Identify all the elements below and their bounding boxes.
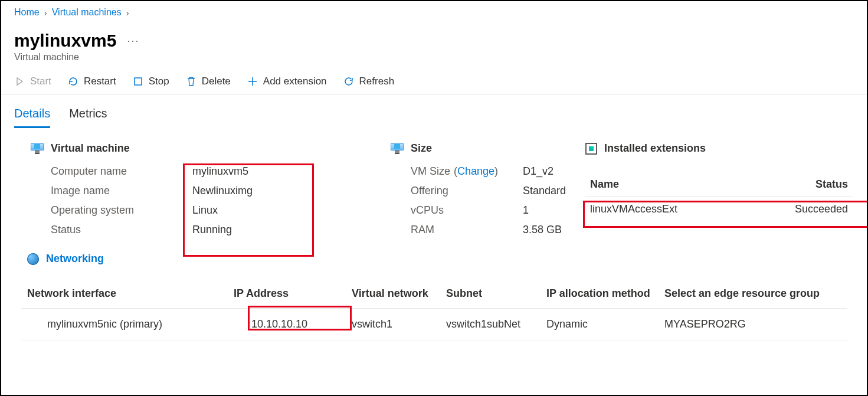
tab-details[interactable]: Details: [14, 107, 50, 128]
vm-size-label: VM Size (Change): [411, 165, 523, 178]
delete-label: Delete: [202, 76, 231, 87]
chevron-right-icon: ›: [44, 8, 47, 18]
extensions-section: Installed extensions Name Status linuxVM…: [585, 142, 853, 221]
change-size-link[interactable]: Change: [457, 165, 494, 177]
start-button: Start: [14, 76, 51, 87]
ip-value: 10.10.10.10: [228, 309, 346, 341]
delete-button[interactable]: Delete: [186, 76, 231, 87]
ram-value: 3.58 GB: [523, 224, 568, 236]
plus-icon: [247, 76, 258, 87]
net-row[interactable]: mylinuxvm5nic (primary) 10.10.10.10 vswi…: [21, 309, 847, 341]
svg-rect-0: [135, 78, 142, 85]
tab-metrics[interactable]: Metrics: [69, 107, 107, 128]
vm-icon: [391, 143, 404, 154]
col-alloc: IP allocation method: [541, 279, 659, 309]
breadcrumb-virtual-machines[interactable]: Virtual machines: [52, 7, 122, 18]
stop-button[interactable]: Stop: [133, 76, 169, 87]
command-bar: Start Restart Stop Delete Add extension …: [1, 72, 867, 95]
refresh-button[interactable]: Refresh: [343, 76, 395, 87]
size-section: Size VM Size (Change) D1_v2 Offering Sta…: [391, 142, 568, 236]
refresh-label: Refresh: [359, 76, 395, 87]
image-name-label: Image name: [51, 185, 192, 197]
vm-icon: [31, 143, 44, 154]
edge-value: MYASEPRO2RG: [659, 309, 847, 341]
networking-section: Networking Network interface IP Address …: [27, 253, 853, 341]
vcpus-value: 1: [523, 204, 568, 217]
restart-label: Restart: [84, 76, 116, 87]
more-actions-button[interactable]: ···: [127, 35, 139, 47]
col-edge: Select an edge resource group: [659, 279, 847, 309]
vm-header: Virtual machine: [51, 142, 130, 155]
computer-name-value: mylinuxvm5: [192, 165, 373, 178]
tab-bar: Details Metrics: [1, 95, 867, 128]
restart-button[interactable]: Restart: [68, 76, 116, 87]
os-value: Linux: [192, 204, 373, 217]
globe-icon: [27, 253, 39, 265]
ram-label: RAM: [411, 224, 523, 236]
ext-col-status: Status: [815, 178, 848, 191]
size-header: Size: [411, 142, 432, 155]
col-nic: Network interface: [21, 279, 228, 309]
networking-link[interactable]: Networking: [27, 253, 853, 265]
status-value: Running: [192, 224, 373, 236]
net-header-row: Network interface IP Address Virtual net…: [21, 279, 847, 309]
offering-label: Offering: [411, 185, 523, 197]
nic-value: mylinuxvm5nic (primary): [21, 309, 228, 341]
vnet-value: vswitch1: [346, 309, 440, 341]
os-label: Operating system: [51, 204, 192, 217]
col-ip: IP Address: [228, 279, 346, 309]
extensions-icon: [585, 143, 597, 155]
computer-name-label: Computer name: [51, 165, 192, 178]
restart-icon: [68, 76, 78, 87]
vcpus-label: vCPUs: [411, 204, 523, 217]
networking-header: Networking: [46, 253, 104, 265]
extension-status: Succeeded: [795, 203, 848, 215]
breadcrumb-home[interactable]: Home: [14, 7, 40, 18]
trash-icon: [186, 76, 196, 87]
breadcrumb: Home › Virtual machines ›: [1, 4, 867, 22]
alloc-value: Dynamic: [541, 309, 659, 341]
stop-icon: [133, 76, 143, 87]
extension-name: linuxVMAccessExt: [590, 203, 795, 215]
subnet-value: vswitch1subNet: [440, 309, 541, 341]
stop-label: Stop: [149, 76, 169, 87]
ext-col-name: Name: [590, 178, 815, 191]
vm-size-value: D1_v2: [523, 165, 568, 178]
extensions-header: Installed extensions: [604, 142, 706, 155]
col-vnet: Virtual network: [346, 279, 440, 309]
add-extension-button[interactable]: Add extension: [247, 76, 327, 87]
image-name-value: Newlinuximg: [192, 185, 373, 197]
add-extension-label: Add extension: [263, 76, 327, 87]
refresh-icon: [343, 76, 354, 87]
page-title: mylinuxvm5: [14, 31, 116, 51]
offering-value: Standard: [523, 185, 568, 197]
page-subtitle: Virtual machine: [1, 51, 867, 72]
virtual-machine-section: Virtual machine Computer name mylinuxvm5…: [31, 142, 373, 236]
status-label: Status: [51, 224, 192, 236]
start-label: Start: [30, 76, 51, 87]
chevron-right-icon: ›: [126, 8, 129, 18]
col-subnet: Subnet: [440, 279, 541, 309]
extension-row[interactable]: linuxVMAccessExt Succeeded: [585, 197, 853, 221]
play-icon: [14, 76, 25, 87]
